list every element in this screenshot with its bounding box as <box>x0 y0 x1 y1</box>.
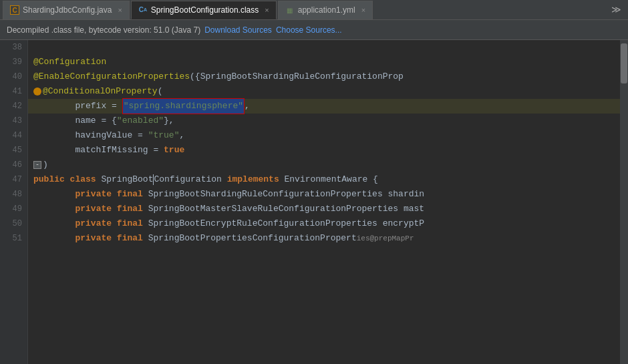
code-line-44[interactable]: havingValue = "true", <box>28 128 620 143</box>
code-line-43[interactable]: name = {"enabled"}, <box>28 114 620 128</box>
code-text: , <box>179 128 184 143</box>
line-number-43: 43 <box>0 114 27 128</box>
tab-bar: C ShardingJdbcConfig.java × CA SpringBoo… <box>0 0 628 20</box>
keyword: private final <box>75 231 142 246</box>
collapse-icon[interactable]: - <box>33 161 41 169</box>
code-text <box>33 187 75 202</box>
code-line-49[interactable]: private final SpringBootMasterSlaveRuleC… <box>28 202 620 216</box>
tab-label-springboot: SpringBootConfiguration.class <box>151 5 259 15</box>
line-number-48: 48 <box>0 187 27 202</box>
orange-dot-icon <box>33 87 41 96</box>
scrollbar-thumb[interactable] <box>621 43 627 83</box>
keyword: public class <box>33 172 96 187</box>
code-text: SpringBootMasterSlaveRuleConfigurationPr… <box>143 202 424 216</box>
tab-close-yaml[interactable]: × <box>361 6 365 14</box>
code-line-38[interactable] <box>28 40 620 55</box>
vertical-scrollbar[interactable] <box>620 40 628 364</box>
line-number-49: 49 <box>0 202 27 216</box>
code-text: ( <box>158 84 163 99</box>
yaml-icon: ▦ <box>285 5 295 15</box>
code-text: ) <box>43 158 48 172</box>
code-text: ({SpringBootShardingRuleConfigurationPro… <box>190 69 404 84</box>
line-number-45: 45 <box>0 143 27 158</box>
string-literal: "enabled" <box>117 114 164 128</box>
tab-springboot-config[interactable]: CA SpringBootConfiguration.class × <box>131 1 277 19</box>
code-text: SpringBootEncryptRuleConfigurationProper… <box>143 216 424 231</box>
line-number-38: 38 <box>0 40 27 55</box>
tab-label-sharding: ShardingJdbcConfig.java <box>23 5 112 15</box>
line-numbers: 3839404142434445464748495051 <box>0 40 28 364</box>
code-text: name = { <box>33 114 117 128</box>
choose-sources-link[interactable]: Choose Sources... <box>276 25 342 35</box>
keyword: implements <box>227 172 279 187</box>
annotation: @ConditionalOnProperty <box>43 84 158 99</box>
code-text: , <box>245 99 250 114</box>
code-text: }, <box>164 114 174 128</box>
info-text: Decompiled .class file, bytecode version… <box>7 25 200 35</box>
code-line-41[interactable]: @ConditionalOnProperty( <box>28 84 620 99</box>
tab-label-yaml: application1.yml <box>298 5 355 15</box>
code-area: 3839404142434445464748495051 @Configurat… <box>0 40 628 364</box>
class-icon: CA <box>138 5 148 15</box>
tab-application-yml[interactable]: ▦ application1.yml × <box>278 1 373 19</box>
line-number-44: 44 <box>0 128 27 143</box>
code-text <box>33 216 75 231</box>
code-content[interactable]: @Configuration@EnableConfigurationProper… <box>28 40 620 364</box>
code-text: matchIfMissing = <box>33 143 164 158</box>
line-number-41: 41 <box>0 84 27 99</box>
code-line-42[interactable]: prefix = "spring.shardingsphere", <box>28 99 620 114</box>
line-number-47: 47 <box>0 172 27 187</box>
code-text <box>33 202 75 216</box>
line-number-40: 40 <box>0 69 27 84</box>
code-line-51[interactable]: private final SpringBootPropertiesConfig… <box>28 231 620 246</box>
tab-close-springboot[interactable]: × <box>265 6 269 14</box>
code-text <box>33 231 75 246</box>
code-line-48[interactable]: private final SpringBootShardingRuleConf… <box>28 187 620 202</box>
code-text: Configuration <box>154 172 226 187</box>
code-line-39[interactable]: @Configuration <box>28 55 620 69</box>
info-bar: Decompiled .class file, bytecode version… <box>0 20 628 40</box>
keyword: true <box>164 143 184 158</box>
annotation: @EnableConfigurationProperties <box>33 69 190 84</box>
code-text: havingValue = <box>33 128 148 143</box>
code-text: SpringBootPropertiesConfigurationPropert <box>143 231 357 246</box>
keyword: private final <box>75 216 142 231</box>
code-line-50[interactable]: private final SpringBootEncryptRuleConfi… <box>28 216 620 231</box>
java-icon: C <box>10 5 19 15</box>
code-text: SpringBootShardingRuleConfigurationPrope… <box>143 187 424 202</box>
code-line-46[interactable]: -) <box>28 158 620 172</box>
download-sources-link[interactable]: Download Sources <box>204 25 272 35</box>
tab-sharding-jdbc[interactable]: C ShardingJdbcConfig.java × <box>3 1 130 19</box>
code-text: SpringBoot <box>96 172 154 187</box>
line-number-39: 39 <box>0 55 27 69</box>
keyword: private final <box>75 187 142 202</box>
code-line-45[interactable]: matchIfMissing = true <box>28 143 620 158</box>
keyword: private final <box>75 202 142 216</box>
tab-close-sharding[interactable]: × <box>118 6 122 14</box>
line-number-50: 50 <box>0 216 27 231</box>
selected-string: "spring.shardingsphere" <box>122 98 245 114</box>
code-line-47[interactable]: public class SpringBootConfiguration imp… <box>28 172 620 187</box>
code-line-40[interactable]: @EnableConfigurationProperties({SpringBo… <box>28 69 620 84</box>
line-number-51: 51 <box>0 231 27 246</box>
sources-label: Sources... <box>306 25 342 35</box>
line-number-42: 42 <box>0 99 27 114</box>
string-literal: "true" <box>148 128 180 143</box>
tab-more-button[interactable]: ≫ <box>607 4 625 15</box>
code-text: prefix = <box>33 99 122 114</box>
annotation: @Configuration <box>33 55 106 69</box>
code-text: ies@prepMapPr <box>357 231 414 246</box>
code-text: EnvironmentAware { <box>279 172 378 187</box>
line-number-46: 46 <box>0 158 27 172</box>
choose-label: Choose <box>276 25 303 35</box>
